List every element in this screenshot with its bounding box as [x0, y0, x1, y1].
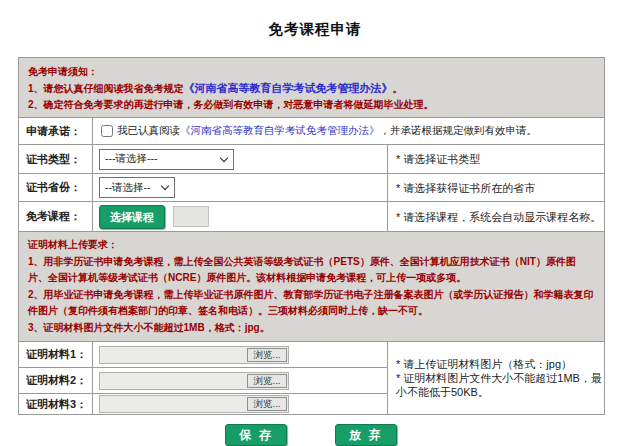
notice-heading: 免考申请须知：	[28, 64, 595, 80]
material-3-file-input[interactable]: 浏览...	[99, 395, 289, 413]
materials-hint-line-1: * 请上传证明材料图片（格式：jpg）	[396, 357, 604, 371]
choose-course-button[interactable]: 选择课程	[99, 205, 165, 229]
upload-requirement-2: 2、用毕业证书申请免考课程，需上传毕业证书原件图片、教育部学历证书电子注册备案表…	[28, 287, 595, 320]
cert-province-selected-value: --请选择--	[105, 181, 151, 195]
cert-province-select[interactable]: --请选择--	[99, 177, 175, 198]
cert-type-row: 证书类型： ---请选择--- * 请选择证书类型	[19, 145, 605, 174]
cert-type-hint: * 请选择证书类型	[388, 145, 605, 174]
cert-type-select[interactable]: ---请选择---	[99, 149, 234, 170]
application-form-table: 免考申请须知： 1、请您认真仔细阅读我省免考规定《河南省高等教育自学考试免考管理…	[18, 57, 605, 415]
chevron-down-icon	[220, 153, 228, 161]
commitment-text-suffix: ，并承诺根据规定做到有效申请。	[380, 124, 538, 138]
cancel-button[interactable]: 放 弃	[335, 424, 397, 446]
save-button[interactable]: 保 存	[225, 424, 287, 446]
material-2-browse-button[interactable]: 浏览...	[247, 374, 287, 388]
page-title: 免考课程申请	[0, 20, 630, 37]
upload-requirement-1: 1、用非学历证书申请免考课程，需上传全国公共英语等级考试证书（PETS）原件、全…	[28, 254, 595, 287]
material-3-label: 证明材料3：	[19, 394, 93, 415]
cert-province-label: 证书省份：	[19, 174, 93, 202]
commitment-label: 申请承诺：	[19, 118, 93, 145]
material-1-row: 证明材料1： 浏览... * 请上传证明材料图片（格式：jpg） * 证明材料图…	[19, 342, 605, 368]
material-1-browse-button[interactable]: 浏览...	[247, 348, 287, 362]
cert-province-hint: * 请选择获得证书所在的省市	[388, 174, 605, 202]
regulation-link[interactable]: 《河南省高等教育自学考试免考管理办法》	[184, 82, 393, 94]
action-button-row: 保 存 放 弃	[18, 424, 604, 446]
course-name-field	[173, 206, 209, 227]
material-3-browse-button[interactable]: 浏览...	[247, 397, 287, 411]
commitment-regulation-link[interactable]: 《河南省高等教育自学考试免考管理办法》	[180, 124, 380, 138]
exempt-course-hint: * 请选择课程，系统会自动显示课程名称。	[388, 202, 605, 232]
notice-section: 免考申请须知： 1、请您认真仔细阅读我省免考规定《河南省高等教育自学考试免考管理…	[19, 58, 605, 118]
upload-requirements-heading: 证明材料上传要求：	[28, 237, 595, 254]
commitment-text-prefix: 我已认真阅读	[117, 124, 180, 138]
materials-hint-line-2: * 证明材料图片文件大小不能超过1MB，最小不能低于50KB。	[396, 371, 604, 399]
commitment-checkbox[interactable]	[101, 125, 113, 137]
exempt-course-row: 免考课程： 选择课程 * 请选择课程，系统会自动显示课程名称。	[19, 202, 605, 232]
upload-requirements-section: 证明材料上传要求： 1、用非学历证书申请免考课程，需上传全国公共英语等级考试证书…	[19, 232, 605, 342]
cert-type-label: 证书类型：	[19, 145, 93, 174]
notice-item-1: 1、请您认真仔细阅读我省免考规定《河南省高等教育自学考试免考管理办法》。	[28, 80, 595, 97]
materials-hint: * 请上传证明材料图片（格式：jpg） * 证明材料图片文件大小不能超过1MB，…	[388, 342, 605, 415]
notice-item-2: 2、确定符合免考要求的再进行申请，务必做到有效申请，对恶意申请者将做延期毕业处理…	[28, 97, 595, 113]
commitment-row: 申请承诺： 我已认真阅读 《河南省高等教育自学考试免考管理办法》 ，并承诺根据规…	[19, 118, 605, 145]
upload-requirement-3: 3、证明材料图片文件大小不能超过1MB，格式：jpg。	[28, 320, 595, 337]
material-1-label: 证明材料1：	[19, 342, 93, 368]
exempt-course-label: 免考课程：	[19, 202, 93, 232]
material-1-file-input[interactable]: 浏览...	[99, 346, 289, 364]
cert-type-selected-value: ---请选择---	[105, 152, 157, 166]
cert-province-row: 证书省份： --请选择-- * 请选择获得证书所在的省市	[19, 174, 605, 202]
material-2-file-input[interactable]: 浏览...	[99, 372, 289, 390]
material-2-label: 证明材料2：	[19, 368, 93, 394]
chevron-down-icon	[161, 182, 169, 190]
